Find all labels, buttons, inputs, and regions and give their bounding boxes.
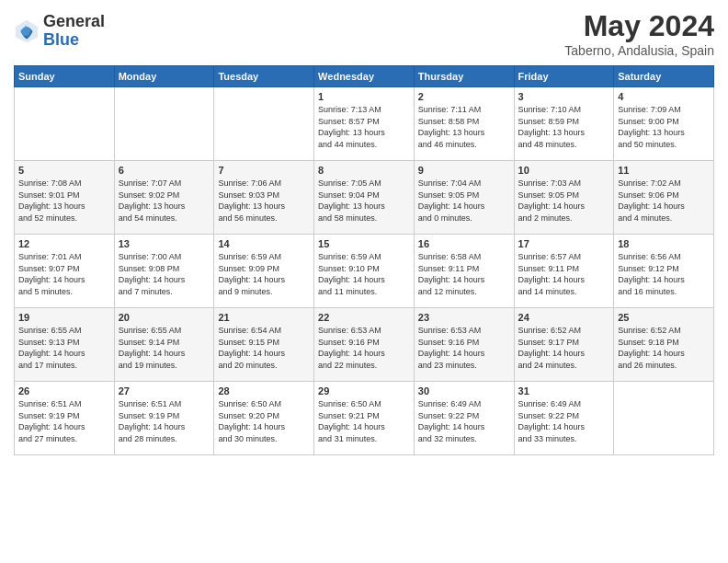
day-number: 27	[119, 385, 210, 396]
calendar-cell: 13Sunrise: 7:00 AMSunset: 9:08 PMDayligh…	[114, 235, 214, 308]
day-number: 23	[418, 312, 510, 323]
calendar-cell: 4Sunrise: 7:09 AMSunset: 9:00 PMDaylight…	[614, 87, 714, 161]
calendar-cell: 3Sunrise: 7:10 AMSunset: 8:59 PMDaylight…	[514, 87, 614, 161]
day-info: Sunrise: 6:49 AMSunset: 9:22 PMDaylight:…	[518, 398, 610, 444]
day-info: Sunrise: 6:56 AMSunset: 9:12 PMDaylight:…	[618, 251, 710, 297]
day-number: 5	[18, 165, 110, 176]
calendar-week-2: 5Sunrise: 7:08 AMSunset: 9:01 PMDaylight…	[15, 161, 714, 235]
day-number: 28	[218, 385, 310, 396]
logo-icon	[14, 18, 40, 44]
calendar-cell: 14Sunrise: 6:59 AMSunset: 9:09 PMDayligh…	[214, 235, 314, 308]
col-thursday: Thursday	[414, 66, 514, 87]
day-info: Sunrise: 7:01 AMSunset: 9:07 PMDaylight:…	[18, 251, 110, 297]
calendar-cell: 18Sunrise: 6:56 AMSunset: 9:12 PMDayligh…	[614, 235, 714, 308]
logo-general: General	[43, 13, 105, 31]
calendar-cell: 12Sunrise: 7:01 AMSunset: 9:07 PMDayligh…	[15, 235, 115, 308]
calendar-cell: 21Sunrise: 6:54 AMSunset: 9:15 PMDayligh…	[214, 308, 314, 382]
calendar-header: Sunday Monday Tuesday Wednesday Thursday…	[15, 66, 714, 87]
header-row: Sunday Monday Tuesday Wednesday Thursday…	[15, 66, 714, 87]
calendar-cell: 20Sunrise: 6:55 AMSunset: 9:14 PMDayligh…	[114, 308, 214, 382]
col-wednesday: Wednesday	[314, 66, 415, 87]
day-number: 15	[318, 238, 410, 249]
day-info: Sunrise: 6:55 AMSunset: 9:13 PMDaylight:…	[18, 325, 110, 371]
day-info: Sunrise: 7:04 AMSunset: 9:05 PMDaylight:…	[418, 178, 510, 224]
calendar-cell: 11Sunrise: 7:02 AMSunset: 9:06 PMDayligh…	[614, 161, 714, 235]
day-number: 17	[518, 238, 610, 249]
calendar-week-3: 12Sunrise: 7:01 AMSunset: 9:07 PMDayligh…	[15, 235, 714, 308]
logo-text: General Blue	[43, 13, 105, 50]
day-info: Sunrise: 6:50 AMSunset: 9:20 PMDaylight:…	[218, 398, 310, 444]
day-info: Sunrise: 6:59 AMSunset: 9:09 PMDaylight:…	[218, 251, 310, 297]
logo: General Blue	[14, 13, 105, 50]
day-info: Sunrise: 6:51 AMSunset: 9:19 PMDaylight:…	[119, 398, 210, 444]
calendar-table: Sunday Monday Tuesday Wednesday Thursday…	[14, 65, 714, 455]
day-number: 11	[618, 165, 710, 176]
day-info: Sunrise: 6:53 AMSunset: 9:16 PMDaylight:…	[318, 325, 410, 371]
day-number: 21	[218, 312, 310, 323]
calendar-cell: 24Sunrise: 6:52 AMSunset: 9:17 PMDayligh…	[514, 308, 614, 382]
col-monday: Monday	[114, 66, 214, 87]
day-number: 20	[119, 312, 210, 323]
calendar-week-4: 19Sunrise: 6:55 AMSunset: 9:13 PMDayligh…	[15, 308, 714, 382]
day-number: 29	[318, 385, 410, 396]
day-number: 2	[418, 91, 510, 102]
day-info: Sunrise: 6:50 AMSunset: 9:21 PMDaylight:…	[318, 398, 410, 444]
day-info: Sunrise: 7:09 AMSunset: 9:00 PMDaylight:…	[618, 104, 710, 150]
calendar-cell: 30Sunrise: 6:49 AMSunset: 9:22 PMDayligh…	[414, 382, 514, 455]
day-info: Sunrise: 6:55 AMSunset: 9:14 PMDaylight:…	[119, 325, 210, 371]
day-number: 4	[618, 91, 710, 102]
day-info: Sunrise: 7:05 AMSunset: 9:04 PMDaylight:…	[318, 178, 410, 224]
day-number: 6	[119, 165, 210, 176]
header: General Blue May 2024 Taberno, Andalusia…	[14, 9, 714, 58]
calendar-cell: 1Sunrise: 7:13 AMSunset: 8:57 PMDaylight…	[314, 87, 415, 161]
day-number: 12	[18, 238, 110, 249]
month-year: May 2024	[564, 9, 714, 43]
calendar-cell	[614, 382, 714, 455]
day-info: Sunrise: 7:10 AMSunset: 8:59 PMDaylight:…	[518, 104, 610, 150]
day-number: 8	[318, 165, 410, 176]
day-number: 30	[418, 385, 510, 396]
calendar-cell: 8Sunrise: 7:05 AMSunset: 9:04 PMDaylight…	[314, 161, 415, 235]
calendar-cell: 9Sunrise: 7:04 AMSunset: 9:05 PMDaylight…	[414, 161, 514, 235]
day-info: Sunrise: 7:11 AMSunset: 8:58 PMDaylight:…	[418, 104, 510, 150]
day-info: Sunrise: 6:54 AMSunset: 9:15 PMDaylight:…	[218, 325, 310, 371]
calendar-cell: 26Sunrise: 6:51 AMSunset: 9:19 PMDayligh…	[15, 382, 115, 455]
calendar-cell: 29Sunrise: 6:50 AMSunset: 9:21 PMDayligh…	[314, 382, 415, 455]
day-number: 3	[518, 91, 610, 102]
day-info: Sunrise: 6:51 AMSunset: 9:19 PMDaylight:…	[18, 398, 110, 444]
day-number: 22	[318, 312, 410, 323]
calendar-cell: 7Sunrise: 7:06 AMSunset: 9:03 PMDaylight…	[214, 161, 314, 235]
day-number: 31	[518, 385, 610, 396]
day-info: Sunrise: 7:13 AMSunset: 8:57 PMDaylight:…	[318, 104, 410, 150]
calendar-cell: 19Sunrise: 6:55 AMSunset: 9:13 PMDayligh…	[15, 308, 115, 382]
day-info: Sunrise: 6:49 AMSunset: 9:22 PMDaylight:…	[418, 398, 510, 444]
col-friday: Friday	[514, 66, 614, 87]
title-block: May 2024 Taberno, Andalusia, Spain	[564, 9, 714, 58]
day-number: 18	[618, 238, 710, 249]
day-info: Sunrise: 7:07 AMSunset: 9:02 PMDaylight:…	[119, 178, 210, 224]
calendar-cell: 28Sunrise: 6:50 AMSunset: 9:20 PMDayligh…	[214, 382, 314, 455]
day-info: Sunrise: 6:57 AMSunset: 9:11 PMDaylight:…	[518, 251, 610, 297]
calendar-week-5: 26Sunrise: 6:51 AMSunset: 9:19 PMDayligh…	[15, 382, 714, 455]
calendar-cell: 10Sunrise: 7:03 AMSunset: 9:05 PMDayligh…	[514, 161, 614, 235]
calendar-cell: 27Sunrise: 6:51 AMSunset: 9:19 PMDayligh…	[114, 382, 214, 455]
calendar-body: 1Sunrise: 7:13 AMSunset: 8:57 PMDaylight…	[15, 87, 714, 455]
calendar-cell	[114, 87, 214, 161]
day-info: Sunrise: 6:59 AMSunset: 9:10 PMDaylight:…	[318, 251, 410, 297]
day-info: Sunrise: 7:00 AMSunset: 9:08 PMDaylight:…	[119, 251, 210, 297]
calendar-cell: 25Sunrise: 6:52 AMSunset: 9:18 PMDayligh…	[614, 308, 714, 382]
day-number: 16	[418, 238, 510, 249]
col-saturday: Saturday	[614, 66, 714, 87]
calendar-cell: 16Sunrise: 6:58 AMSunset: 9:11 PMDayligh…	[414, 235, 514, 308]
day-number: 24	[518, 312, 610, 323]
calendar-cell: 5Sunrise: 7:08 AMSunset: 9:01 PMDaylight…	[15, 161, 115, 235]
calendar-cell	[15, 87, 115, 161]
day-number: 19	[18, 312, 110, 323]
day-info: Sunrise: 6:52 AMSunset: 9:18 PMDaylight:…	[618, 325, 710, 371]
calendar-cell: 2Sunrise: 7:11 AMSunset: 8:58 PMDaylight…	[414, 87, 514, 161]
day-number: 9	[418, 165, 510, 176]
day-info: Sunrise: 6:58 AMSunset: 9:11 PMDaylight:…	[418, 251, 510, 297]
day-number: 26	[18, 385, 110, 396]
day-info: Sunrise: 7:03 AMSunset: 9:05 PMDaylight:…	[518, 178, 610, 224]
day-number: 1	[318, 91, 410, 102]
